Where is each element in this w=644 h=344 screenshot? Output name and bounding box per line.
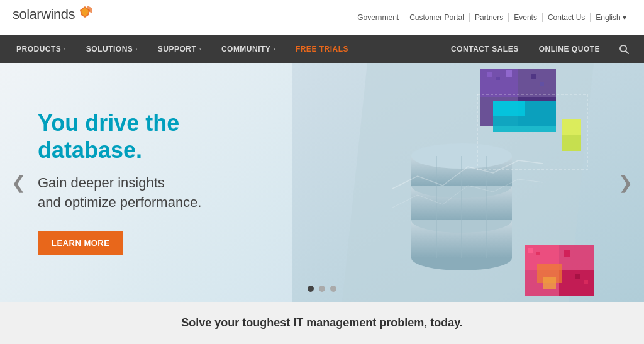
carousel-next-button[interactable]: ❯ xyxy=(612,166,639,199)
solarwinds-logo-icon xyxy=(76,5,94,21)
learn-more-button[interactable]: LEARN MORE xyxy=(38,231,123,255)
hero-title: You drive the database. xyxy=(38,109,264,164)
search-icon xyxy=(619,44,629,54)
community-nav[interactable]: COMMUNITY › xyxy=(211,35,286,63)
government-link[interactable]: Government xyxy=(352,13,404,22)
hero-content: You drive the database. Gain deeper insi… xyxy=(0,84,302,281)
search-button[interactable] xyxy=(610,35,638,63)
language-selector[interactable]: English ▾ xyxy=(591,13,631,22)
hero-illustration xyxy=(292,63,644,302)
main-nav: PRODUCTS › SOLUTIONS › SUPPORT › COMMUNI… xyxy=(0,35,644,63)
svg-rect-33 xyxy=(543,277,556,289)
svg-rect-20 xyxy=(487,72,492,77)
svg-rect-24 xyxy=(540,82,544,86)
events-link[interactable]: Events xyxy=(509,13,543,22)
svg-line-4 xyxy=(626,51,628,53)
community-chevron: › xyxy=(273,46,275,52)
svg-rect-36 xyxy=(575,274,580,279)
support-nav[interactable]: SUPPORT › xyxy=(148,35,211,63)
svg-rect-37 xyxy=(584,280,588,284)
svg-rect-35 xyxy=(536,252,540,255)
partners-link[interactable]: Partners xyxy=(470,13,509,22)
carousel-dot-1[interactable] xyxy=(308,286,314,292)
products-chevron: › xyxy=(64,46,66,52)
contact-sales-nav[interactable]: CONTACT SALES xyxy=(441,35,529,63)
solutions-nav[interactable]: SOLUTIONS › xyxy=(76,35,148,63)
carousel-dots xyxy=(308,286,336,292)
hero-subtitle: Gain deeper insightsand optimize perform… xyxy=(38,174,264,213)
svg-rect-26 xyxy=(493,101,525,116)
hero-image xyxy=(292,63,644,302)
free-trials-nav[interactable]: FREE TRIALS xyxy=(286,35,358,63)
svg-rect-28 xyxy=(562,119,581,135)
support-chevron: › xyxy=(199,46,201,52)
svg-rect-21 xyxy=(496,77,500,80)
hero-section: You drive the database. Gain deeper insi… xyxy=(0,63,644,302)
solutions-chevron: › xyxy=(135,46,138,52)
carousel-dot-3[interactable] xyxy=(330,286,336,292)
carousel-dot-2[interactable] xyxy=(319,286,325,292)
bottom-bar-text: Solve your toughest IT management proble… xyxy=(181,316,463,330)
contact-us-link[interactable]: Contact Us xyxy=(543,13,591,22)
bottom-bar: Solve your toughest IT management proble… xyxy=(0,302,644,344)
svg-rect-23 xyxy=(531,74,536,79)
svg-rect-18 xyxy=(480,69,518,97)
logo[interactable]: solarwinds xyxy=(13,6,94,23)
customer-portal-link[interactable]: Customer Portal xyxy=(404,13,470,22)
svg-rect-38 xyxy=(564,250,570,257)
carousel-prev-button[interactable]: ❮ xyxy=(5,166,32,199)
products-nav[interactable]: PRODUCTS › xyxy=(6,35,76,63)
logo-text: solarwinds xyxy=(13,6,75,23)
online-quote-nav[interactable]: ONLINE QUOTE xyxy=(529,35,610,63)
top-nav-links: Government Customer Portal Partners Even… xyxy=(352,13,644,22)
svg-rect-34 xyxy=(528,248,533,253)
svg-rect-22 xyxy=(506,70,512,77)
